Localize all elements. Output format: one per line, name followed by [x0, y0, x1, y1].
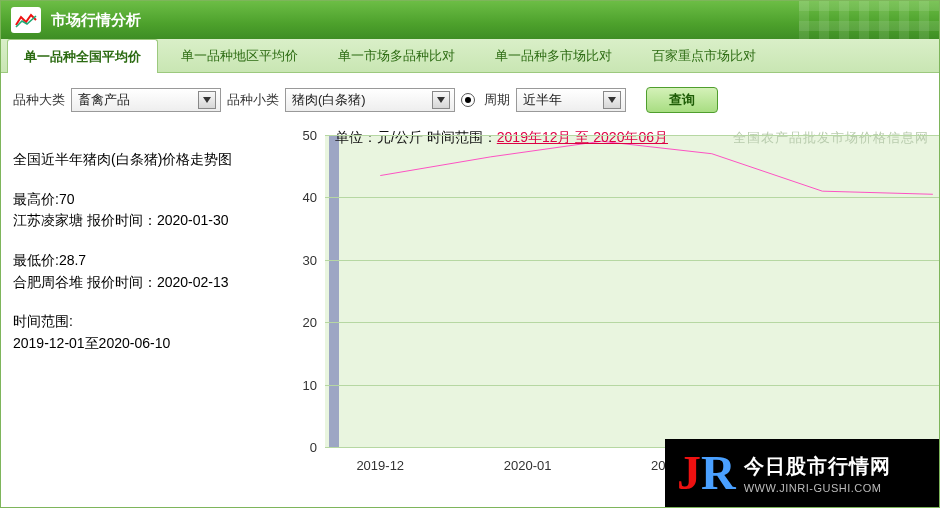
app-icon — [11, 7, 41, 33]
chart-line-series — [325, 135, 939, 447]
category-major-select[interactable]: 畜禽产品 — [71, 88, 221, 112]
gridline — [325, 197, 939, 198]
info-range-value: 2019-12-01至2020-06-10 — [13, 333, 285, 355]
filter-controls: 品种大类 畜禽产品 品种小类 猪肉(白条猪) 周期 近半年 查询 — [1, 73, 939, 127]
chart-watermark: 全国农产品批发市场价格信息网 — [733, 129, 929, 147]
info-range-label: 时间范围: — [13, 311, 285, 333]
info-title: 全国近半年猪肉(白条猪)价格走势图 — [13, 149, 285, 171]
chart-inline-title: 单位：元/公斤 时间范围：2019年12月 至 2020年06月 — [335, 129, 668, 147]
info-max-price: 最高价:70 — [13, 189, 285, 211]
banner-title: 今日股市行情网 — [744, 453, 891, 480]
y-tick: 50 — [289, 128, 317, 143]
info-min-price: 最低价:28.7 — [13, 250, 285, 272]
chart: 单位：元/公斤 时间范围：2019年12月 至 2020年06月全国农产品批发市… — [285, 127, 939, 487]
gridline — [325, 385, 939, 386]
chart-plot-area — [325, 135, 939, 447]
site-banner: JR 今日股市行情网 WWW.JINRI-GUSHI.COM — [665, 439, 939, 507]
y-tick: 10 — [289, 377, 317, 392]
tab-0[interactable]: 单一品种全国平均价 — [7, 39, 158, 73]
banner-url: WWW.JINRI-GUSHI.COM — [744, 482, 891, 494]
period-select[interactable]: 近半年 — [516, 88, 626, 112]
chevron-down-icon — [603, 91, 621, 109]
gridline — [325, 135, 939, 136]
banner-logo: JR — [677, 449, 736, 497]
category-minor-value: 猪肉(白条猪) — [292, 91, 366, 109]
app-title: 市场行情分析 — [51, 11, 141, 30]
category-major-label: 品种大类 — [13, 91, 65, 109]
category-minor-select[interactable]: 猪肉(白条猪) — [285, 88, 455, 112]
info-min-source: 合肥周谷堆 报价时间：2020-02-13 — [13, 272, 285, 294]
category-major-value: 畜禽产品 — [78, 91, 130, 109]
y-tick: 40 — [289, 190, 317, 205]
info-max-source: 江苏凌家塘 报价时间：2020-01-30 — [13, 210, 285, 232]
period-label: 周期 — [484, 91, 510, 109]
period-value: 近半年 — [523, 91, 562, 109]
app-header: 市场行情分析 — [1, 1, 939, 39]
tab-4[interactable]: 百家重点市场比对 — [635, 38, 773, 72]
gridline — [325, 260, 939, 261]
y-tick: 0 — [289, 440, 317, 455]
category-minor-label: 品种小类 — [227, 91, 279, 109]
x-tick: 2019-12 — [356, 458, 404, 473]
tab-3[interactable]: 单一品种多市场比对 — [478, 38, 629, 72]
x-tick: 2020-01 — [504, 458, 552, 473]
tab-2[interactable]: 单一市场多品种比对 — [321, 38, 472, 72]
info-panel: 全国近半年猪肉(白条猪)价格走势图 最高价:70 江苏凌家塘 报价时间：2020… — [13, 127, 285, 487]
y-tick: 20 — [289, 315, 317, 330]
chevron-down-icon — [198, 91, 216, 109]
header-decoration — [799, 1, 939, 39]
y-tick: 30 — [289, 252, 317, 267]
gridline — [325, 322, 939, 323]
chevron-down-icon — [432, 91, 450, 109]
query-button[interactable]: 查询 — [646, 87, 718, 113]
period-radio[interactable] — [461, 93, 475, 107]
tab-bar: 单一品种全国平均价单一品种地区平均价单一市场多品种比对单一品种多市场比对百家重点… — [1, 39, 939, 73]
tab-1[interactable]: 单一品种地区平均价 — [164, 38, 315, 72]
